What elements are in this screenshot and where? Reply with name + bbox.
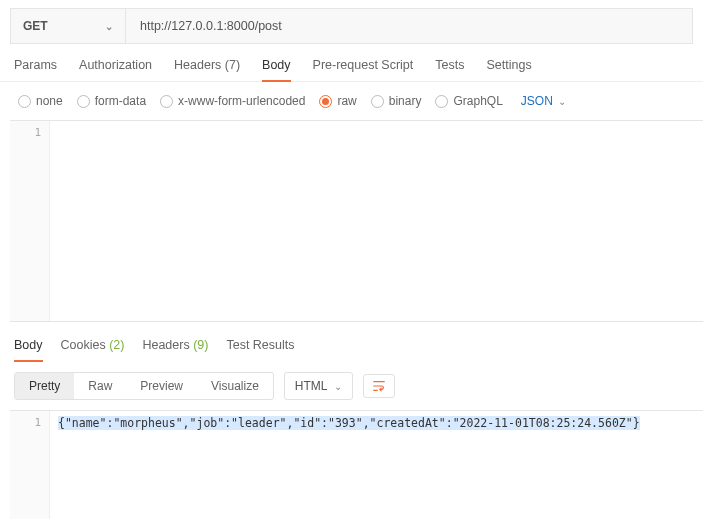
radio-raw-label: raw xyxy=(337,94,356,108)
chevron-down-icon: ⌄ xyxy=(105,21,113,32)
line-number: 1 xyxy=(10,416,41,429)
response-tabs: Body Cookies (2) Headers (9) Test Result… xyxy=(0,322,703,362)
radio-urlencoded[interactable]: x-www-form-urlencoded xyxy=(160,94,305,108)
radio-raw[interactable]: raw xyxy=(319,94,356,108)
body-type-row: none form-data x-www-form-urlencoded raw… xyxy=(0,82,703,120)
request-tabs: Params Authorization Headers (7) Body Pr… xyxy=(0,44,703,82)
line-number: 1 xyxy=(10,126,41,139)
radio-binary-label: binary xyxy=(389,94,422,108)
tab-body[interactable]: Body xyxy=(262,58,291,82)
response-body-editor: 1 {"name":"morpheus","job":"leader","id"… xyxy=(10,410,703,519)
tab-prerequest[interactable]: Pre-request Script xyxy=(313,58,414,81)
radio-binary[interactable]: binary xyxy=(371,94,422,108)
request-body-editor: 1 xyxy=(10,120,703,322)
resp-tab-cookies[interactable]: Cookies (2) xyxy=(61,338,125,362)
url-input[interactable] xyxy=(126,9,692,43)
tab-headers[interactable]: Headers (7) xyxy=(174,58,240,81)
response-body-content: {"name":"morpheus","job":"leader","id":"… xyxy=(58,416,640,430)
tab-params[interactable]: Params xyxy=(14,58,57,81)
http-method-select[interactable]: GET ⌄ xyxy=(11,9,126,43)
radio-none[interactable]: none xyxy=(18,94,63,108)
view-tab-preview[interactable]: Preview xyxy=(126,373,197,399)
radio-none-label: none xyxy=(36,94,63,108)
radio-graphql[interactable]: GraphQL xyxy=(435,94,502,108)
editor-gutter: 1 xyxy=(10,121,50,321)
tab-tests[interactable]: Tests xyxy=(435,58,464,81)
radio-urlencoded-label: x-www-form-urlencoded xyxy=(178,94,305,108)
body-format-value: JSON xyxy=(521,94,553,108)
response-body-textarea[interactable]: {"name":"morpheus","job":"leader","id":"… xyxy=(50,411,703,519)
wrap-lines-button[interactable] xyxy=(363,374,395,398)
http-method-value: GET xyxy=(23,19,48,33)
resp-tab-cookies-label: Cookies xyxy=(61,338,110,352)
tab-authorization[interactable]: Authorization xyxy=(79,58,152,81)
request-body-textarea[interactable] xyxy=(50,121,703,321)
radio-form-data[interactable]: form-data xyxy=(77,94,146,108)
headers-count: (9) xyxy=(193,338,208,352)
radio-graphql-label: GraphQL xyxy=(453,94,502,108)
resp-tab-headers-label: Headers xyxy=(142,338,193,352)
view-mode-tabs: Pretty Raw Preview Visualize xyxy=(14,372,274,400)
tab-settings[interactable]: Settings xyxy=(486,58,531,81)
view-tab-raw[interactable]: Raw xyxy=(74,373,126,399)
resp-tab-test-results[interactable]: Test Results xyxy=(226,338,294,362)
resp-tab-body[interactable]: Body xyxy=(14,338,43,362)
view-tab-pretty[interactable]: Pretty xyxy=(15,373,74,399)
chevron-down-icon: ⌄ xyxy=(334,381,342,392)
cookies-count: (2) xyxy=(109,338,124,352)
output-format-select[interactable]: HTML ⌄ xyxy=(284,372,353,400)
wrap-icon xyxy=(372,379,386,393)
request-bar: GET ⌄ xyxy=(10,8,693,44)
output-format-value: HTML xyxy=(295,379,328,393)
editor-gutter: 1 xyxy=(10,411,50,519)
chevron-down-icon: ⌄ xyxy=(558,96,566,107)
view-tab-visualize[interactable]: Visualize xyxy=(197,373,273,399)
body-format-select[interactable]: JSON ⌄ xyxy=(521,94,566,108)
radio-form-data-label: form-data xyxy=(95,94,146,108)
response-view-row: Pretty Raw Preview Visualize HTML ⌄ xyxy=(0,362,703,410)
resp-tab-headers[interactable]: Headers (9) xyxy=(142,338,208,362)
